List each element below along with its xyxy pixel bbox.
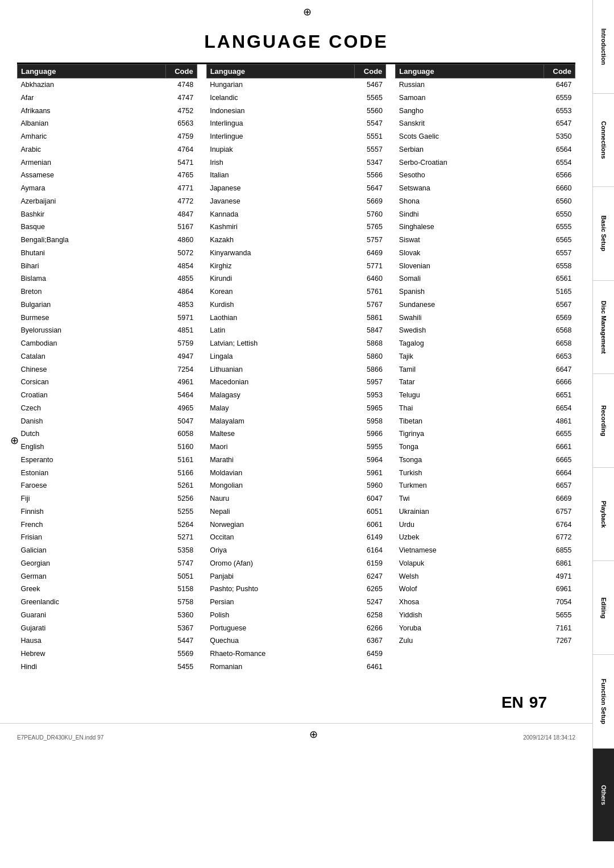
- sidebar-item-disc-management[interactable]: Disc Management: [593, 281, 614, 375]
- language-name: Setswana: [396, 182, 544, 195]
- language-name: Kirghiz: [206, 260, 355, 273]
- language-name: Bashkir: [18, 208, 166, 221]
- table-row: Tigrinya6655: [396, 427, 575, 441]
- language-name: Indonesian: [206, 105, 355, 118]
- sidebar-item-recording[interactable]: Recording: [593, 374, 614, 468]
- language-name: Somali: [396, 272, 544, 285]
- sidebar-item-connections[interactable]: Connections: [593, 94, 614, 188]
- language-code: 6367: [355, 634, 386, 647]
- language-name: Bulgarian: [18, 298, 166, 312]
- table-row: Korean5761: [206, 285, 386, 298]
- sidebar-item-introduction[interactable]: Introduction: [593, 0, 614, 94]
- language-name: Singhalese: [396, 221, 544, 234]
- language-code: 6467: [544, 78, 575, 92]
- page-title: LANGUAGE CODE: [17, 21, 575, 64]
- table-row: Greek5158: [18, 583, 197, 596]
- language-name: Interlingue: [206, 130, 355, 143]
- language-code: 4861: [544, 415, 575, 428]
- language-code: 5761: [355, 285, 386, 298]
- language-name: Thai: [396, 402, 544, 415]
- language-code: 5868: [355, 337, 386, 350]
- language-name: Hindi: [18, 661, 166, 674]
- language-code: 5467: [355, 78, 386, 92]
- language-code: 5547: [355, 117, 386, 130]
- language-name: Azerbaijani: [18, 195, 166, 208]
- language-name: Urdu: [396, 518, 544, 531]
- table-row: Tsonga6665: [396, 454, 575, 467]
- table-row: Occitan6149: [206, 531, 386, 544]
- table-row: Armenian5471: [18, 156, 197, 169]
- language-code: 6855: [544, 544, 575, 557]
- table-row: Danish5047: [18, 415, 197, 428]
- language-code: 5955: [355, 441, 386, 454]
- left-registration-mark: ⊕: [10, 434, 19, 447]
- language-name: Japanese: [206, 182, 355, 195]
- language-code: 5464: [165, 389, 197, 402]
- table-row: Rhaeto-Romance6459: [206, 647, 386, 661]
- tables-wrapper: Language Code Abkhazian4748Afar4747Afrik…: [17, 64, 575, 674]
- language-name: Macedonian: [206, 376, 355, 389]
- language-code: 6566: [544, 169, 575, 182]
- language-name: Inupiak: [206, 143, 355, 156]
- table-row: Kashmiri5765: [206, 221, 386, 234]
- language-name: Guarani: [18, 609, 166, 622]
- table-row: Bislama4855: [18, 272, 197, 285]
- table-row: Nepali6051: [206, 505, 386, 518]
- language-name: Yiddish: [396, 609, 544, 622]
- language-name: Rhaeto-Romance: [206, 647, 355, 661]
- language-name: Turkish: [396, 467, 544, 480]
- language-code: 6265: [355, 583, 386, 596]
- language-name: Lithuanian: [206, 363, 355, 376]
- table-row: Interlingua5547: [206, 117, 386, 130]
- table-row: Assamese4765: [18, 169, 197, 182]
- table-row: Sanskrit6547: [396, 117, 575, 130]
- language-code: 5167: [165, 221, 197, 234]
- table-row: Polish6258: [206, 609, 386, 622]
- language-code: 5358: [165, 544, 197, 557]
- language-code: 5965: [355, 402, 386, 415]
- sidebar-item-basic-setup[interactable]: Basic Setup: [593, 187, 614, 281]
- language-name: Esperanto: [18, 454, 166, 467]
- language-name: Yoruba: [396, 622, 544, 635]
- table-row: Kurdish5767: [206, 298, 386, 312]
- language-code: 6460: [355, 272, 386, 285]
- language-code: 6555: [544, 221, 575, 234]
- table-row: Telugu6651: [396, 389, 575, 402]
- language-code: 5866: [355, 363, 386, 376]
- language-name: Telugu: [396, 389, 544, 402]
- language-name: Samoan: [396, 92, 544, 105]
- table-row: Hebrew5569: [18, 647, 197, 661]
- sidebar-item-editing[interactable]: Editing: [593, 561, 614, 655]
- language-name: Danish: [18, 415, 166, 428]
- table-row: Croatian5464: [18, 389, 197, 402]
- top-registration-mark: ⊕: [0, 0, 614, 21]
- table-row: Afrikaans4752: [18, 105, 197, 118]
- language-code: 5958: [355, 415, 386, 428]
- language-name: Kinyarwanda: [206, 247, 355, 260]
- language-name: Hausa: [18, 634, 166, 647]
- language-code: 6654: [544, 402, 575, 415]
- language-name: Swedish: [396, 324, 544, 337]
- language-name: Greenlandic: [18, 596, 166, 609]
- language-code: 5669: [355, 195, 386, 208]
- language-name: Armenian: [18, 156, 166, 169]
- language-code: 4961: [165, 376, 197, 389]
- sidebar-item-others[interactable]: Others: [593, 749, 614, 842]
- language-name: Tibetan: [396, 415, 544, 428]
- table-row: Vietnamese6855: [396, 544, 575, 557]
- sidebar-item-function-setup[interactable]: Function Setup: [593, 655, 614, 749]
- table-row: Yiddish5655: [396, 609, 575, 622]
- language-code: 4965: [165, 402, 197, 415]
- table-row: Malay5965: [206, 402, 386, 415]
- language-name: Sangho: [396, 105, 544, 118]
- table-row: Panjabi6247: [206, 570, 386, 583]
- language-code: 6149: [355, 531, 386, 544]
- table-row: Yoruba7161: [396, 622, 575, 635]
- language-code: 5360: [165, 609, 197, 622]
- right-sidebar: Introduction Connections Basic Setup Dis…: [592, 0, 614, 841]
- table-row: Corsican4961: [18, 376, 197, 389]
- table-row: Tatar6666: [396, 376, 575, 389]
- language-code: 6461: [355, 661, 386, 674]
- table-row: Nauru6047: [206, 492, 386, 505]
- sidebar-item-playback[interactable]: Playback: [593, 468, 614, 562]
